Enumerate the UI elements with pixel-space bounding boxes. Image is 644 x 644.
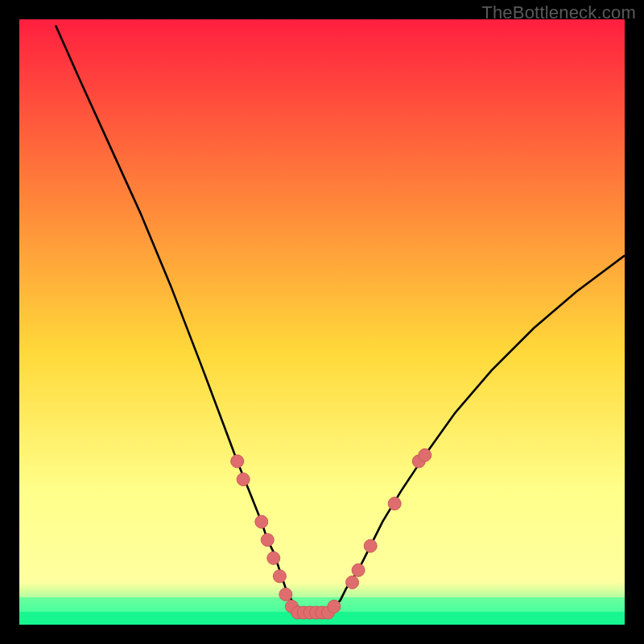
data-marker bbox=[231, 455, 244, 468]
data-marker bbox=[364, 539, 377, 552]
data-marker bbox=[261, 534, 274, 547]
data-marker bbox=[352, 564, 365, 576]
data-marker bbox=[255, 515, 268, 528]
data-marker bbox=[267, 551, 280, 564]
data-marker bbox=[346, 576, 359, 588]
data-marker bbox=[279, 588, 292, 601]
data-marker bbox=[273, 570, 286, 583]
data-marker bbox=[419, 448, 431, 461]
chart-frame: TheBottleneck.com bbox=[0, 0, 644, 644]
data-marker bbox=[388, 497, 401, 510]
chart-svg bbox=[19, 19, 625, 625]
gradient-background bbox=[19, 19, 625, 625]
chart-plot-area bbox=[19, 19, 625, 625]
watermark-text: TheBottleneck.com bbox=[481, 2, 636, 23]
data-marker bbox=[237, 473, 250, 486]
data-marker bbox=[328, 600, 341, 613]
